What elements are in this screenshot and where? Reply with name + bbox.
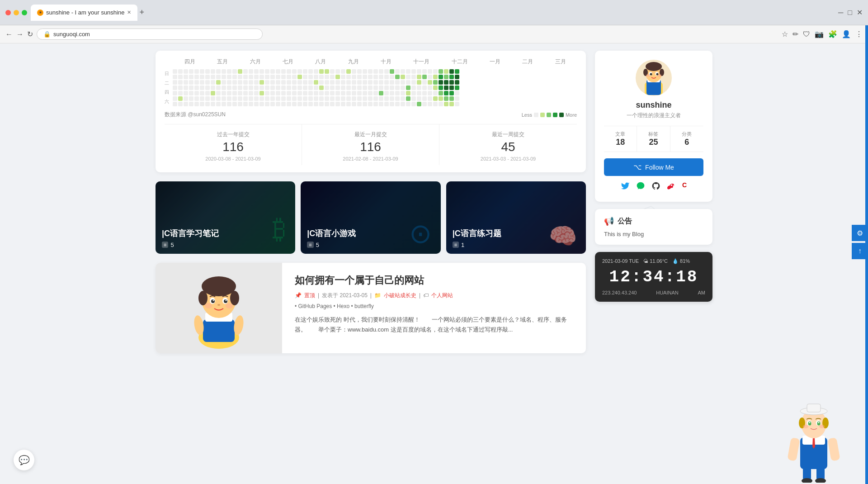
reload-button[interactable]: ↻ <box>27 30 33 38</box>
heatmap-cell-16-0[interactable] <box>259 69 264 74</box>
heatmap-cell-31-2[interactable] <box>341 80 345 85</box>
heatmap-cell-10-5[interactable] <box>227 96 231 101</box>
heatmap-cell-13-2[interactable] <box>243 80 248 85</box>
heatmap-cell-41-6[interactable] <box>395 102 400 106</box>
heatmap-cell-2-1[interactable] <box>184 75 188 79</box>
heatmap-cell-28-6[interactable] <box>325 102 329 106</box>
heatmap-cell-15-4[interactable] <box>254 91 259 95</box>
heatmap-cell-22-3[interactable] <box>292 85 297 90</box>
heatmap-cell-50-3[interactable] <box>444 85 448 90</box>
heatmap-cell-25-2[interactable] <box>308 80 313 85</box>
heatmap-cell-49-3[interactable] <box>439 85 443 90</box>
heatmap-cell-45-6[interactable] <box>417 102 421 106</box>
heatmap-cell-43-5[interactable] <box>406 96 410 101</box>
heatmap-cell-26-1[interactable] <box>314 75 318 79</box>
heatmap-cell-26-6[interactable] <box>314 102 318 106</box>
csdn-icon[interactable]: C <box>682 181 687 193</box>
heatmap-cell-29-2[interactable] <box>330 80 335 85</box>
heatmap-cell-45-0[interactable] <box>417 69 421 74</box>
heatmap-cell-46-2[interactable] <box>422 80 427 85</box>
heatmap-cell-38-6[interactable] <box>379 102 383 106</box>
heatmap-cell-38-3[interactable] <box>379 85 383 90</box>
heatmap-cell-0-1[interactable] <box>173 75 177 79</box>
heatmap-cell-8-2[interactable] <box>216 80 221 85</box>
heatmap-cell-16-3[interactable] <box>259 85 264 90</box>
heatmap-cell-50-4[interactable] <box>444 91 448 95</box>
heatmap-cell-3-5[interactable] <box>189 96 193 101</box>
heatmap-cell-36-3[interactable] <box>368 85 373 90</box>
heatmap-cell-19-1[interactable] <box>276 75 280 79</box>
heatmap-cell-52-1[interactable] <box>455 75 459 79</box>
heatmap-cell-50-2[interactable] <box>444 80 448 85</box>
heatmap-cell-33-6[interactable] <box>352 102 356 106</box>
heatmap-cell-30-6[interactable] <box>335 102 340 106</box>
heatmap-cell-39-2[interactable] <box>384 80 389 85</box>
heatmap-cell-0-0[interactable] <box>173 69 177 74</box>
heatmap-cell-15-5[interactable] <box>254 96 259 101</box>
heatmap-cell-36-2[interactable] <box>368 80 373 85</box>
heatmap-cell-31-4[interactable] <box>341 91 345 95</box>
heatmap-cell-47-5[interactable] <box>428 96 432 101</box>
heatmap-cell-40-4[interactable] <box>390 91 394 95</box>
blog-post-tag[interactable]: 个人网站 <box>431 292 453 299</box>
heatmap-cell-10-2[interactable] <box>227 80 231 85</box>
heatmap-cell-49-2[interactable] <box>439 80 443 85</box>
heatmap-cell-27-3[interactable] <box>319 85 324 90</box>
heatmap-cell-28-4[interactable] <box>325 91 329 95</box>
heatmap-cell-44-1[interactable] <box>411 75 416 79</box>
minimize-window-btn[interactable] <box>14 10 19 15</box>
heatmap-cell-36-5[interactable] <box>368 96 373 101</box>
heatmap-cell-20-2[interactable] <box>281 80 286 85</box>
heatmap-cell-24-0[interactable] <box>303 69 307 74</box>
heatmap-cell-32-2[interactable] <box>346 80 351 85</box>
heatmap-cell-51-5[interactable] <box>449 96 454 101</box>
heatmap-cell-14-3[interactable] <box>249 85 253 90</box>
heatmap-cell-26-3[interactable] <box>314 85 318 90</box>
heatmap-cell-27-6[interactable] <box>319 102 324 106</box>
heatmap-cell-49-4[interactable] <box>439 91 443 95</box>
heatmap-cell-36-4[interactable] <box>368 91 373 95</box>
heatmap-cell-2-6[interactable] <box>184 102 188 106</box>
heatmap-cell-6-4[interactable] <box>205 91 210 95</box>
heatmap-cell-21-2[interactable] <box>287 80 291 85</box>
minimize-btn[interactable]: ─ <box>838 9 843 17</box>
extension-icon[interactable]: 🧩 <box>828 30 837 38</box>
heatmap-cell-22-1[interactable] <box>292 75 297 79</box>
forward-button[interactable]: → <box>16 30 24 38</box>
heatmap-cell-12-4[interactable] <box>238 91 242 95</box>
heatmap-cell-8-5[interactable] <box>216 96 221 101</box>
heatmap-cell-37-6[interactable] <box>373 102 378 106</box>
heatmap-cell-29-0[interactable] <box>330 69 335 74</box>
heatmap-cell-23-5[interactable] <box>297 96 302 101</box>
heatmap-cell-38-0[interactable] <box>379 69 383 74</box>
heatmap-cell-38-2[interactable] <box>379 80 383 85</box>
heatmap-cell-30-2[interactable] <box>335 80 340 85</box>
heatmap-cell-22-4[interactable] <box>292 91 297 95</box>
heatmap-cell-35-4[interactable] <box>363 91 367 95</box>
heatmap-cell-32-4[interactable] <box>346 91 351 95</box>
heatmap-cell-52-0[interactable] <box>455 69 459 74</box>
heatmap-cell-4-0[interactable] <box>194 69 199 74</box>
heatmap-cell-39-3[interactable] <box>384 85 389 90</box>
heatmap-cell-51-0[interactable] <box>449 69 454 74</box>
heatmap-cell-16-4[interactable] <box>259 91 264 95</box>
heatmap-cell-33-0[interactable] <box>352 69 356 74</box>
blog-post-title[interactable]: 如何拥有一个属于自己的网站 <box>295 274 573 287</box>
heatmap-cell-0-6[interactable] <box>173 102 177 106</box>
heatmap-cell-7-4[interactable] <box>211 91 215 95</box>
heatmap-cell-41-5[interactable] <box>395 96 400 101</box>
heatmap-cell-20-3[interactable] <box>281 85 286 90</box>
heatmap-cell-35-1[interactable] <box>363 75 367 79</box>
heatmap-cell-27-0[interactable] <box>319 69 324 74</box>
heatmap-cell-21-4[interactable] <box>287 91 291 95</box>
heatmap-cell-26-2[interactable] <box>314 80 318 85</box>
heatmap-cell-16-6[interactable] <box>259 102 264 106</box>
heatmap-cell-46-5[interactable] <box>422 96 427 101</box>
heatmap-cell-14-6[interactable] <box>249 102 253 106</box>
heatmap-cell-39-6[interactable] <box>384 102 389 106</box>
heatmap-cell-10-3[interactable] <box>227 85 231 90</box>
heatmap-cell-16-2[interactable] <box>259 80 264 85</box>
heatmap-cell-15-6[interactable] <box>254 102 259 106</box>
heatmap-cell-37-5[interactable] <box>373 96 378 101</box>
heatmap-cell-47-6[interactable] <box>428 102 432 106</box>
